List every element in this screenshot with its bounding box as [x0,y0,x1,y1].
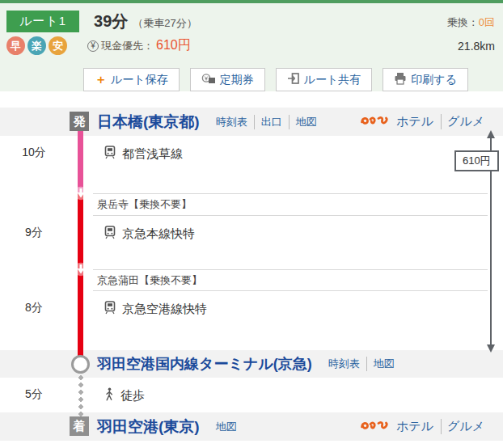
gourmet-link[interactable]: グルメ [441,419,490,434]
printer-icon [394,72,407,87]
fare-label: 現金優先： [101,39,154,53]
train-icon [104,301,116,317]
gourmet-link[interactable]: グルメ [441,114,490,129]
hotel-link[interactable]: ホテル [391,419,439,434]
segment-duration: 8分 [0,301,68,315]
transfer-row-keikyu-kamata: 京急蒲田 【乗換不要】 [93,269,488,291]
segment-row-walk: 5分 徒歩 [0,378,503,412]
via-station-marker [71,355,90,374]
map-link[interactable]: 地図 [209,420,243,434]
arrival-station-name[interactable]: 羽田空港(東京) [97,416,200,437]
route-summary-header: ルート1 39分 （乗車27分） 乗換：0回 早 楽 安 ¥ 現金優先： 610… [0,0,503,91]
transfer-station-name: 京急蒲田 [97,273,139,288]
cheap-tag-icon: 安 [49,36,67,55]
transfer-station-name: 泉岳寺 [97,197,129,212]
train-icon [104,226,116,242]
fast-tag-icon: 早 [6,36,25,55]
jalan-logo-icon [360,114,389,130]
share-route-button[interactable]: ルート共有 [276,68,373,91]
exit-link[interactable]: 出口 [254,115,289,129]
yen-circle-icon: ¥ [87,40,99,52]
transfer-note: 【乗換不要】 [129,197,192,212]
segment-duration: 5分 [0,387,68,402]
line-name: 徒歩 [120,388,145,404]
transfer-row-sengakuji: 泉岳寺 【乗換不要】 [93,193,488,216]
segment-duration: 9分 [0,226,68,240]
ride-time: （乗車27分） [133,16,197,31]
through-service-arrow-icon [74,186,88,201]
line-name: 都営浅草線 [122,146,183,162]
share-icon [287,72,300,87]
line-name: 京急空港線快特 [122,302,207,317]
route-number-badge: ルート1 [6,11,79,32]
map-link[interactable]: 地図 [366,357,401,371]
line-name: 京急本線快特 [122,226,195,242]
save-route-label: ルート保存 [111,73,168,87]
departure-station-name[interactable]: 日本橋(東京都) [97,112,200,133]
save-route-button[interactable]: ＋ ルート保存 [83,68,180,91]
print-label: 印刷する [411,73,457,87]
plus-icon: ＋ [95,72,107,87]
through-service-arrow-icon [74,262,88,277]
total-distance: 21.8km [458,40,495,53]
total-duration: 39分 [94,11,128,32]
commuter-pass-label: 定期券 [220,73,254,87]
commuter-pass-button[interactable]: 定期券 [190,68,265,91]
arrival-badge: 着 [70,416,89,436]
train-icon [104,146,116,162]
map-link[interactable]: 地図 [289,115,323,129]
easy-tag-icon: 楽 [27,36,46,55]
share-route-label: ルート共有 [304,73,361,87]
via-station-name[interactable]: 羽田空港国内線ターミナル(京急) [97,354,312,374]
hotel-link[interactable]: ホテル [391,114,439,129]
fare-row: ¥ 現金優先： 610円 [87,37,191,54]
jalan-logo-icon [360,419,389,435]
transfer-note: 【乗換不要】 [139,273,202,288]
fare-tag: 610円 [454,150,499,171]
transfer-label: 乗換： [447,16,479,28]
fare-value: 610円 [156,37,191,54]
walk-dotted-line [78,374,83,421]
commuter-pass-icon [201,73,216,87]
segment-row-keikyu-airport: 8分 京急空港線快特 [0,291,503,350]
departure-badge: 発 [70,112,89,131]
timetable-link[interactable]: 時刻表 [209,115,254,129]
walk-icon [104,387,115,404]
route-line-toei-asakusa [78,129,83,193]
route-detail-panel: 日本橋(東京都) 時刻表 出口 地図 ホテル グルメ 10分 都営浅草線 泉岳寺… [0,108,503,441]
transfer-count-row: 乗換：0回 [447,15,495,30]
transfer-count: 0回 [479,16,495,28]
print-button[interactable]: 印刷する [383,68,468,91]
segment-duration: 10分 [0,146,68,160]
timetable-link[interactable]: 時刻表 [322,357,366,371]
segment-row-asakusa-line: 10分 都営浅草線 [0,136,503,193]
